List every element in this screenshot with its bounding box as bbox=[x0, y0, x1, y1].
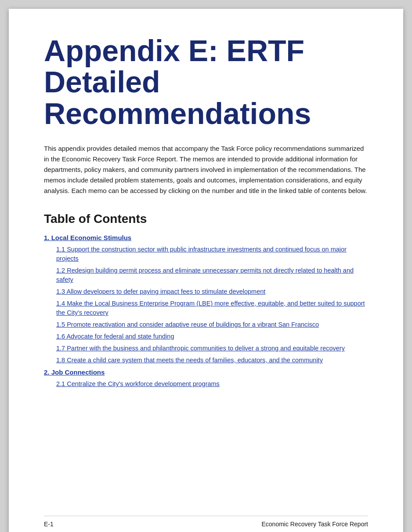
toc-item-1-2[interactable]: 1.2 Redesign building permit process and… bbox=[56, 266, 368, 284]
footer-report-title: Economic Recovery Task Force Report bbox=[262, 521, 369, 528]
footer: E-1 Economic Recovery Task Force Report bbox=[44, 516, 368, 528]
toc-item-1-6[interactable]: 1.6 Advocate for federal and state fundi… bbox=[56, 332, 368, 341]
page: Appendix E: ERTF Detailed Recommendation… bbox=[9, 9, 403, 532]
toc-container: 1. Local Economic Stimulus 1.1 Support t… bbox=[44, 234, 368, 389]
toc-item-1-3[interactable]: 1.3 Allow developers to defer paying imp… bbox=[56, 287, 368, 296]
toc-heading: Table of Contents bbox=[44, 212, 368, 226]
section-2-heading[interactable]: 2. Job Connections bbox=[44, 368, 368, 376]
page-title: Appendix E: ERTF Detailed Recommendation… bbox=[44, 35, 368, 129]
toc-item-1-1[interactable]: 1.1 Support the construction sector with… bbox=[56, 245, 368, 263]
section-1-heading[interactable]: 1. Local Economic Stimulus bbox=[44, 234, 368, 241]
toc-item-1-7[interactable]: 1.7 Partner with the business and philan… bbox=[56, 344, 368, 353]
toc-item-1-5[interactable]: 1.5 Promote reactivation and consider ad… bbox=[56, 320, 368, 329]
intro-paragraph: This appendix provides detailed memos th… bbox=[44, 143, 368, 196]
footer-page-number: E-1 bbox=[44, 521, 54, 528]
toc-item-2-1[interactable]: 2.1 Centralize the City's workforce deve… bbox=[56, 379, 368, 389]
toc-item-1-8[interactable]: 1.8 Create a child care system that meet… bbox=[56, 356, 368, 365]
toc-item-1-4[interactable]: 1.4 Make the Local Business Enterprise P… bbox=[56, 299, 368, 317]
